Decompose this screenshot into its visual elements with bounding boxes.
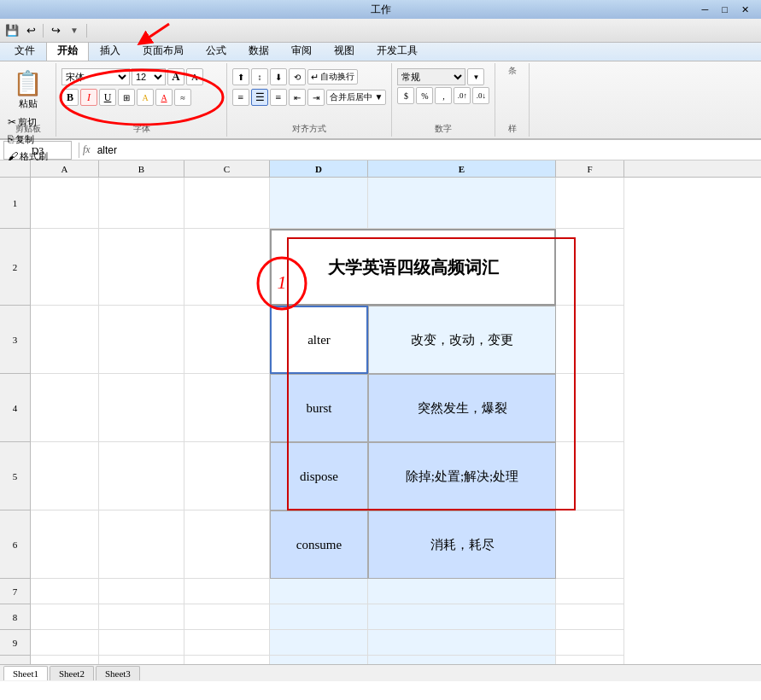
align-top-btn[interactable]: ⬆ xyxy=(232,68,249,85)
comma-btn[interactable]: , xyxy=(435,87,452,104)
cell-b3[interactable] xyxy=(99,306,184,374)
font-color-btn[interactable]: A xyxy=(155,89,173,106)
col-header-f[interactable]: F xyxy=(556,160,624,177)
cell-f9[interactable] xyxy=(556,630,624,656)
cell-e5[interactable]: 除掉;处置;解决;处理 xyxy=(368,442,556,510)
font-size-select[interactable]: 12 xyxy=(132,68,166,85)
cell-e1[interactable] xyxy=(368,178,556,229)
cell-f7[interactable] xyxy=(556,579,624,604)
undo-qt-btn[interactable]: ↩ xyxy=(22,22,39,39)
align-right-btn[interactable]: ≡ xyxy=(270,89,287,106)
row-num-3[interactable]: 3 xyxy=(0,306,31,374)
paste-btn[interactable]: 📋 粘贴 xyxy=(9,65,47,114)
row-num-1[interactable]: 1 xyxy=(0,178,31,229)
percent-btn[interactable]: % xyxy=(416,87,433,104)
cell-e4[interactable]: 突然发生，爆裂 xyxy=(368,374,556,442)
fill-color-btn[interactable]: A xyxy=(137,89,154,106)
increase-decimal-btn[interactable]: .0↑ xyxy=(454,87,471,104)
cell-d2-merged[interactable]: 大学英语四级高频词汇 xyxy=(270,229,556,306)
align-left-btn[interactable]: ≡ xyxy=(232,89,249,106)
cell-a5[interactable] xyxy=(31,442,99,510)
cell-e7[interactable] xyxy=(368,579,556,604)
cell-a4[interactable] xyxy=(31,374,99,442)
cell-e3[interactable]: 改变，改动，变更 xyxy=(368,306,556,374)
row-num-2[interactable]: 2 xyxy=(0,229,31,306)
col-header-a[interactable]: A xyxy=(31,160,99,177)
sheet-tab-2[interactable]: Sheet2 xyxy=(50,666,94,680)
sheet-tab-1[interactable]: Sheet1 xyxy=(3,666,48,680)
sheet-tab-3[interactable]: Sheet3 xyxy=(96,666,140,680)
row-num-8[interactable]: 8 xyxy=(0,604,31,630)
cell-f8[interactable] xyxy=(556,604,624,630)
tab-developer[interactable]: 开发工具 xyxy=(366,40,429,61)
cell-b5[interactable] xyxy=(99,442,184,510)
cell-a6[interactable] xyxy=(31,510,99,579)
cell-a9[interactable] xyxy=(31,630,99,656)
cell-d1[interactable] xyxy=(270,178,368,229)
italic-btn[interactable]: I xyxy=(80,89,97,106)
col-header-d[interactable]: D xyxy=(270,160,368,177)
cell-d9[interactable] xyxy=(270,630,368,656)
tab-home[interactable]: 开始 xyxy=(46,40,89,61)
align-bottom-btn[interactable]: ⬇ xyxy=(270,68,287,85)
decrease-font-btn[interactable]: A xyxy=(186,68,203,85)
align-center-btn[interactable]: ☰ xyxy=(251,89,268,106)
row-num-4[interactable]: 4 xyxy=(0,374,31,442)
cell-c4[interactable] xyxy=(184,374,270,442)
cell-f4[interactable] xyxy=(556,374,624,442)
customize-qt-btn[interactable]: ▼ xyxy=(66,22,83,39)
cell-f5[interactable] xyxy=(556,442,624,510)
border-btn[interactable]: ⊞ xyxy=(118,89,135,106)
cell-f6[interactable] xyxy=(556,510,624,579)
increase-font-btn[interactable]: A xyxy=(167,68,184,85)
tab-insert[interactable]: 插入 xyxy=(89,40,132,61)
cell-e8[interactable] xyxy=(368,604,556,630)
cell-f1[interactable] xyxy=(556,178,624,229)
cell-c5[interactable] xyxy=(184,442,270,510)
cell-a7[interactable] xyxy=(31,579,99,604)
cell-b2[interactable] xyxy=(99,229,184,306)
col-header-e[interactable]: E xyxy=(368,160,556,177)
underline-btn[interactable]: U xyxy=(99,89,116,106)
cell-c8[interactable] xyxy=(184,604,270,630)
row-num-7[interactable]: 7 xyxy=(0,579,31,604)
cell-b4[interactable] xyxy=(99,374,184,442)
font-name-select[interactable]: 宋体 xyxy=(61,68,130,85)
merge-center-btn[interactable]: 合并后居中 ▼ xyxy=(326,90,386,105)
cell-b6[interactable] xyxy=(99,510,184,579)
cell-e6[interactable]: 消耗，耗尽 xyxy=(368,510,556,579)
formula-input[interactable] xyxy=(94,144,761,156)
cell-d6[interactable]: consume xyxy=(270,510,368,579)
cell-b8[interactable] xyxy=(99,604,184,630)
col-header-c[interactable]: C xyxy=(184,160,270,177)
bold-btn[interactable]: B xyxy=(61,89,79,106)
cell-c9[interactable] xyxy=(184,630,270,656)
cell-a3[interactable] xyxy=(31,306,99,374)
cell-f3[interactable] xyxy=(556,306,624,374)
cell-f2[interactable] xyxy=(556,229,624,306)
row-num-9[interactable]: 9 xyxy=(0,630,31,656)
cell-c7[interactable] xyxy=(184,579,270,604)
tab-data[interactable]: 数据 xyxy=(237,40,280,61)
wrap-text-btn[interactable]: ↵ 自动换行 xyxy=(307,69,358,85)
cell-d7[interactable] xyxy=(270,579,368,604)
cell-d4[interactable]: burst xyxy=(270,374,368,442)
cell-b1[interactable] xyxy=(99,178,184,229)
cell-c6[interactable] xyxy=(184,510,270,579)
tab-review[interactable]: 审阅 xyxy=(280,40,323,61)
cell-e9[interactable] xyxy=(368,630,556,656)
decrease-indent-btn[interactable]: ⇤ xyxy=(289,89,306,106)
cell-d8[interactable] xyxy=(270,604,368,630)
row-num-5[interactable]: 5 xyxy=(0,442,31,510)
cell-d3[interactable]: alter xyxy=(270,306,368,374)
tab-view[interactable]: 视图 xyxy=(323,40,366,61)
tab-formula[interactable]: 公式 xyxy=(195,40,237,61)
text-direction-btn[interactable]: ⟲ xyxy=(289,68,306,85)
cell-b7[interactable] xyxy=(99,579,184,604)
number-dropdown[interactable]: ▼ xyxy=(467,68,484,85)
strikethrough-btn[interactable]: ≈ xyxy=(174,89,191,106)
cell-a1[interactable] xyxy=(31,178,99,229)
tab-file[interactable]: 文件 xyxy=(3,40,46,61)
cell-c3[interactable] xyxy=(184,306,270,374)
increase-indent-btn[interactable]: ⇥ xyxy=(307,89,325,106)
